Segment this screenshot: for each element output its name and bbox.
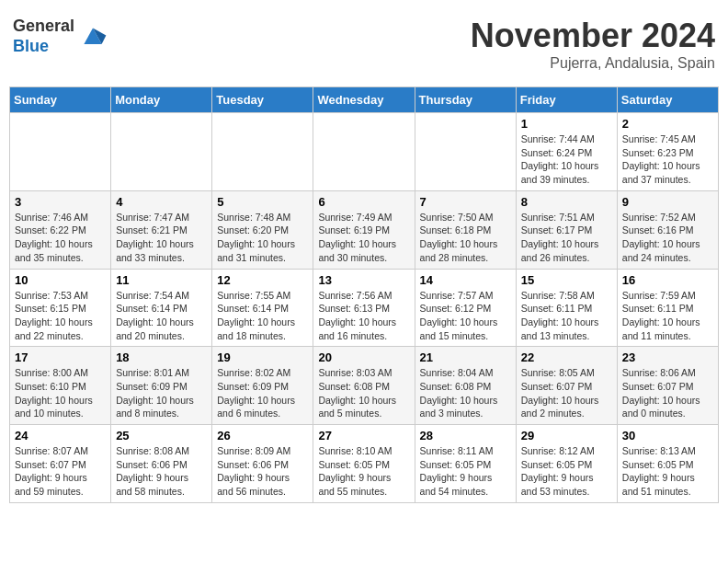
weekday-header-sunday: Sunday [10,87,111,113]
day-info: Sunrise: 7:57 AM Sunset: 6:12 PM Dayligh… [420,289,511,343]
day-info: Sunrise: 7:51 AM Sunset: 6:17 PM Dayligh… [521,211,612,265]
day-number: 6 [318,195,409,209]
weekday-header-tuesday: Tuesday [212,87,313,113]
day-info: Sunrise: 7:59 AM Sunset: 6:11 PM Dayligh… [622,289,713,343]
day-cell [10,113,111,191]
day-cell: 26Sunrise: 8:09 AM Sunset: 6:06 PM Dayli… [212,425,313,503]
day-cell: 17Sunrise: 8:00 AM Sunset: 6:10 PM Dayli… [10,347,111,425]
day-info: Sunrise: 7:55 AM Sunset: 6:14 PM Dayligh… [217,289,308,343]
day-cell: 23Sunrise: 8:06 AM Sunset: 6:07 PM Dayli… [617,347,718,425]
logo-blue: Blue [13,37,49,55]
day-cell: 24Sunrise: 8:07 AM Sunset: 6:07 PM Dayli… [10,425,111,503]
day-info: Sunrise: 8:07 AM Sunset: 6:07 PM Dayligh… [15,444,106,499]
week-row-3: 17Sunrise: 8:00 AM Sunset: 6:10 PM Dayli… [10,347,719,425]
day-info: Sunrise: 7:52 AM Sunset: 6:16 PM Dayligh… [622,211,713,265]
day-cell: 8Sunrise: 7:51 AM Sunset: 6:17 PM Daylig… [516,190,617,269]
day-cell: 18Sunrise: 8:01 AM Sunset: 6:09 PM Dayli… [111,347,212,425]
day-cell [415,113,516,191]
day-number: 9 [622,195,713,209]
week-row-4: 24Sunrise: 8:07 AM Sunset: 6:07 PM Dayli… [10,425,719,503]
day-cell: 10Sunrise: 7:53 AM Sunset: 6:15 PM Dayli… [10,269,111,347]
week-row-0: 1Sunrise: 7:44 AM Sunset: 6:24 PM Daylig… [10,113,719,191]
location-title: Pujerra, Andalusia, Spain [471,55,715,72]
day-number: 19 [217,350,308,364]
day-number: 29 [521,429,612,442]
day-info: Sunrise: 8:01 AM Sunset: 6:09 PM Dayligh… [116,366,207,420]
weekday-header-row: SundayMondayTuesdayWednesdayThursdayFrid… [10,87,719,113]
title-area: November 2024 Pujerra, Andalusia, Spain [471,17,715,72]
day-cell: 6Sunrise: 7:49 AM Sunset: 6:19 PM Daylig… [313,190,415,269]
day-info: Sunrise: 8:05 AM Sunset: 6:07 PM Dayligh… [521,366,612,420]
header: General Blue November 2024 Pujerra, Anda… [9,9,719,79]
day-info: Sunrise: 7:53 AM Sunset: 6:15 PM Dayligh… [15,289,106,343]
day-cell: 20Sunrise: 8:03 AM Sunset: 6:08 PM Dayli… [313,347,415,425]
weekday-header-wednesday: Wednesday [313,87,415,113]
day-number: 25 [116,429,207,442]
day-cell: 21Sunrise: 8:04 AM Sunset: 6:08 PM Dayli… [415,347,516,425]
day-number: 16 [622,273,713,287]
day-number: 27 [318,429,409,442]
day-cell: 29Sunrise: 8:12 AM Sunset: 6:05 PM Dayli… [516,425,617,503]
logo: General Blue [13,17,108,56]
day-info: Sunrise: 7:48 AM Sunset: 6:20 PM Dayligh… [217,211,308,265]
day-number: 23 [622,350,713,364]
day-cell: 16Sunrise: 7:59 AM Sunset: 6:11 PM Dayli… [617,269,718,347]
day-number: 26 [217,429,308,442]
day-cell: 13Sunrise: 7:56 AM Sunset: 6:13 PM Dayli… [313,269,415,347]
day-cell [212,113,313,191]
day-cell: 9Sunrise: 7:52 AM Sunset: 6:16 PM Daylig… [617,190,718,269]
day-number: 11 [116,273,207,287]
week-row-1: 3Sunrise: 7:46 AM Sunset: 6:22 PM Daylig… [10,190,719,269]
day-cell: 7Sunrise: 7:50 AM Sunset: 6:18 PM Daylig… [415,190,516,269]
day-info: Sunrise: 8:04 AM Sunset: 6:08 PM Dayligh… [420,366,511,420]
weekday-header-thursday: Thursday [415,87,516,113]
day-info: Sunrise: 8:13 AM Sunset: 6:05 PM Dayligh… [622,444,713,499]
day-number: 13 [318,273,409,287]
day-cell: 4Sunrise: 7:47 AM Sunset: 6:21 PM Daylig… [111,190,212,269]
logo-general: General [13,17,74,35]
day-info: Sunrise: 7:50 AM Sunset: 6:18 PM Dayligh… [420,211,511,265]
day-info: Sunrise: 7:56 AM Sunset: 6:13 PM Dayligh… [318,289,409,343]
day-number: 15 [521,273,612,287]
logo-text: General Blue [13,17,74,56]
day-cell: 19Sunrise: 8:02 AM Sunset: 6:09 PM Dayli… [212,347,313,425]
day-number: 28 [420,429,511,442]
weekday-header-monday: Monday [111,87,212,113]
day-cell: 28Sunrise: 8:11 AM Sunset: 6:05 PM Dayli… [415,425,516,503]
day-number: 14 [420,273,511,287]
day-number: 18 [116,350,207,364]
day-number: 12 [217,273,308,287]
day-number: 7 [420,195,511,209]
day-number: 4 [116,195,207,209]
day-number: 17 [15,350,106,364]
weekday-header-saturday: Saturday [617,87,718,113]
week-row-2: 10Sunrise: 7:53 AM Sunset: 6:15 PM Dayli… [10,269,719,347]
day-number: 1 [521,117,612,131]
day-info: Sunrise: 8:03 AM Sunset: 6:08 PM Dayligh… [318,366,409,420]
day-info: Sunrise: 8:02 AM Sunset: 6:09 PM Dayligh… [217,366,308,420]
day-cell: 2Sunrise: 7:45 AM Sunset: 6:23 PM Daylig… [617,113,718,191]
day-cell: 22Sunrise: 8:05 AM Sunset: 6:07 PM Dayli… [516,347,617,425]
day-number: 3 [15,195,106,209]
day-number: 2 [622,117,713,131]
day-cell: 5Sunrise: 7:48 AM Sunset: 6:20 PM Daylig… [212,190,313,269]
day-info: Sunrise: 8:08 AM Sunset: 6:06 PM Dayligh… [116,444,207,499]
day-number: 10 [15,273,106,287]
day-info: Sunrise: 7:47 AM Sunset: 6:21 PM Dayligh… [116,211,207,265]
weekday-header-friday: Friday [516,87,617,113]
day-cell [313,113,415,191]
day-number: 5 [217,195,308,209]
day-number: 21 [420,350,511,364]
day-number: 24 [15,429,106,442]
calendar-table: SundayMondayTuesdayWednesdayThursdayFrid… [9,86,719,503]
day-info: Sunrise: 7:49 AM Sunset: 6:19 PM Dayligh… [318,211,409,265]
day-number: 30 [622,429,713,442]
day-cell: 30Sunrise: 8:13 AM Sunset: 6:05 PM Dayli… [617,425,718,503]
day-cell: 12Sunrise: 7:55 AM Sunset: 6:14 PM Dayli… [212,269,313,347]
day-cell: 27Sunrise: 8:10 AM Sunset: 6:05 PM Dayli… [313,425,415,503]
day-info: Sunrise: 7:46 AM Sunset: 6:22 PM Dayligh… [15,211,106,265]
day-cell: 3Sunrise: 7:46 AM Sunset: 6:22 PM Daylig… [10,190,111,269]
day-number: 22 [521,350,612,364]
day-number: 8 [521,195,612,209]
day-info: Sunrise: 8:06 AM Sunset: 6:07 PM Dayligh… [622,366,713,420]
